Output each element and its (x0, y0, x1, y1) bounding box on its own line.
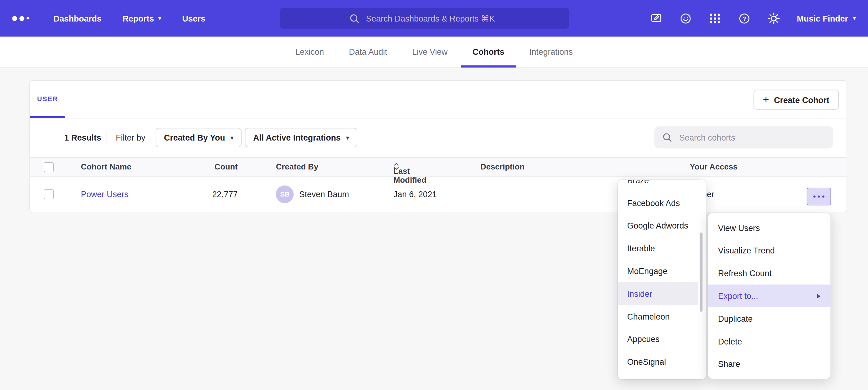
menu-item-label: Facebook Ads (627, 198, 680, 207)
search-icon (662, 132, 672, 142)
integrations-filter-dropdown[interactable]: All Active Integrations ▾ (245, 128, 358, 147)
menu-item-label: Visualize Trend (718, 246, 775, 255)
nav-item-label: Dashboards (54, 13, 101, 23)
nav-item-users[interactable]: Users (182, 13, 205, 23)
menu-item-facebook-ads[interactable]: Facebook Ads (618, 192, 698, 215)
chevron-right-icon (817, 294, 820, 298)
created-by-filter-dropdown[interactable]: Created By You ▾ (156, 128, 242, 147)
table-header-row: Cohort Name Count Created By Last Modifi… (30, 157, 846, 176)
feedback-icon[interactable] (650, 12, 663, 25)
settings-gear-icon[interactable] (767, 12, 780, 25)
search-icon (349, 13, 359, 23)
menu-item-label: Appcues (627, 334, 660, 344)
avatar: SB (276, 186, 293, 203)
primary-nav: Dashboards Reports ▾ Users (54, 13, 205, 23)
tab-lexicon[interactable]: Lexicon (295, 37, 324, 67)
tab-data-audit[interactable]: Data Audit (349, 37, 387, 67)
nav-item-label: Reports (123, 13, 154, 23)
menu-item-onesignal[interactable]: OneSignal (618, 350, 698, 373)
row-checkbox[interactable] (44, 190, 54, 199)
filter-by-label: Filter by (116, 133, 145, 142)
menu-item-label: Share (718, 359, 740, 369)
tab-live-view[interactable]: Live View (412, 37, 447, 67)
help-icon[interactable]: ? (738, 12, 751, 25)
create-cohort-button[interactable]: + Create Cohort (753, 90, 839, 110)
nav-item-label: Users (182, 13, 205, 23)
chevron-down-icon: ▾ (853, 15, 856, 21)
cohort-search-input[interactable] (678, 132, 819, 142)
menu-item-appcues[interactable]: Appcues (618, 328, 698, 351)
menu-item-label: Export to... (718, 291, 758, 301)
svg-text:?: ? (742, 15, 746, 22)
select-all-checkbox[interactable] (44, 162, 54, 172)
tab-label: Live View (412, 47, 447, 57)
menu-item-label: Braze (627, 180, 649, 185)
menu-item-label: Duplicate (718, 314, 753, 324)
dot-icon (813, 195, 816, 198)
cohort-type-tabs: USER + Create Cohort (30, 81, 846, 119)
divider (106, 131, 106, 144)
menu-item-moengage[interactable]: MoEngage (618, 260, 698, 282)
menu-item-braze[interactable]: Braze (618, 180, 698, 192)
export-destination-submenu: Braze Facebook Ads Google Adwords Iterab… (618, 180, 706, 379)
nav-item-reports[interactable]: Reports ▾ (123, 13, 161, 23)
mixpanel-logo[interactable] (12, 16, 29, 21)
global-search-bar[interactable] (280, 8, 569, 29)
menu-item-visualize-trend[interactable]: Visualize Trend (708, 239, 831, 262)
tab-user-cohorts[interactable]: USER (37, 95, 59, 103)
menu-item-export-to[interactable]: Export to... (708, 285, 831, 307)
menu-item-label: View Users (718, 223, 760, 232)
tab-label: Cohorts (472, 47, 504, 57)
export-destination-list: Braze Facebook Ads Google Adwords Iterab… (618, 180, 698, 373)
dropdown-value: Created By You (164, 133, 225, 142)
chevron-down-icon: ▾ (230, 135, 233, 140)
header-last-modified[interactable]: Last Modified (393, 162, 400, 170)
menu-item-label: Refresh Count (718, 268, 772, 278)
whats-new-icon[interactable] (679, 12, 692, 25)
menu-item-google-adwords[interactable]: Google Adwords (618, 215, 698, 237)
header-created-by: Created By (276, 162, 318, 171)
menu-item-label: Chameleon (627, 312, 670, 321)
menu-item-chameleon[interactable]: Chameleon (618, 305, 698, 328)
cohort-name-link[interactable]: Power Users (81, 190, 129, 199)
menu-item-label: MoEngage (627, 266, 668, 276)
create-cohort-label: Create Cohort (774, 95, 830, 105)
table-row: Power Users 22,777 SB Steven Baum Jan 6,… (30, 176, 846, 212)
cohort-search-bar[interactable] (654, 126, 833, 148)
chevron-down-icon: ▾ (346, 135, 349, 140)
menu-item-refresh-count[interactable]: Refresh Count (708, 262, 831, 285)
tab-label: Data Audit (349, 47, 387, 57)
menu-item-delete[interactable]: Delete (708, 330, 831, 353)
tab-label: Integrations (529, 47, 573, 57)
last-modified-value: Jan 6, 2021 (393, 190, 437, 199)
cohorts-panel: USER + Create Cohort 1 Results Filter by… (29, 80, 847, 213)
plus-icon: + (763, 94, 769, 104)
menu-item-label: Delete (718, 336, 742, 346)
global-search-input[interactable] (365, 13, 500, 23)
tab-cohorts[interactable]: Cohorts (472, 37, 504, 67)
dot-icon (822, 195, 825, 198)
workspace-name: Music Finder (797, 13, 848, 23)
apps-grid-icon[interactable] (709, 12, 721, 25)
menu-item-iterable[interactable]: Iterable (618, 237, 698, 260)
dot-icon (817, 195, 820, 198)
chevron-down-icon: ▾ (158, 15, 161, 21)
nav-item-dashboards[interactable]: Dashboards (54, 13, 101, 23)
tab-label: Lexicon (295, 47, 324, 57)
top-navbar: Dashboards Reports ▾ Users (0, 0, 868, 37)
menu-item-view-users[interactable]: View Users (708, 217, 831, 239)
header-cohort-name: Cohort Name (81, 162, 131, 171)
menu-item-share[interactable]: Share (708, 353, 831, 376)
tab-integrations[interactable]: Integrations (529, 37, 573, 67)
workspace-switcher[interactable]: Music Finder ▾ (797, 13, 856, 23)
app-window: Dashboards Reports ▾ Users (0, 0, 868, 390)
row-actions-button[interactable] (807, 188, 831, 205)
menu-item-insider[interactable]: Insider (618, 282, 698, 305)
header-description: Description (480, 162, 525, 171)
cohort-count: 22,777 (185, 190, 238, 199)
menu-item-duplicate[interactable]: Duplicate (708, 307, 831, 330)
header-count: Count (185, 162, 238, 171)
results-count: 1 Results (64, 133, 101, 142)
row-context-menu: View Users Visualize Trend Refresh Count… (708, 213, 831, 379)
submenu-scrollbar[interactable] (700, 232, 703, 312)
